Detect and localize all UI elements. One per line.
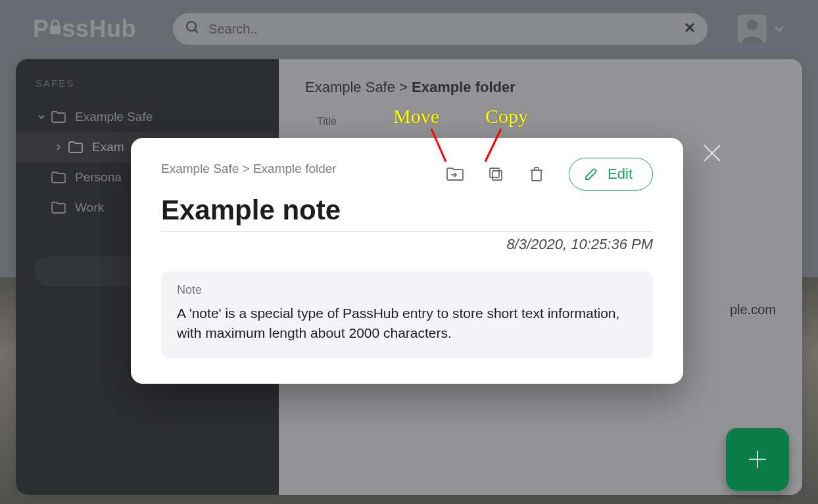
move-button[interactable]	[446, 166, 464, 183]
note-title: Example note	[161, 195, 653, 232]
edit-button[interactable]: Edit	[569, 158, 653, 191]
edit-button-label: Edit	[608, 166, 633, 183]
note-timestamp: 8/3/2020, 10:25:36 PM	[161, 236, 653, 253]
delete-button[interactable]	[528, 166, 545, 183]
modal-toolbar: Edit	[446, 158, 653, 191]
pencil-icon	[584, 167, 598, 181]
plus-icon	[745, 447, 770, 472]
note-body-text: A 'note' is a special type of PassHub en…	[177, 304, 637, 344]
svg-rect-9	[490, 168, 499, 177]
trash-icon	[529, 166, 544, 182]
svg-rect-12	[535, 168, 539, 170]
move-icon	[446, 167, 464, 181]
note-content-box: Note A 'note' is a special type of PassH…	[161, 271, 653, 358]
note-field-label: Note	[177, 283, 637, 297]
copy-button[interactable]	[487, 166, 504, 183]
copy-icon	[488, 166, 504, 182]
svg-rect-10	[532, 170, 541, 181]
add-item-fab[interactable]	[726, 428, 789, 491]
svg-rect-8	[493, 171, 502, 180]
modal-close-button[interactable]	[700, 141, 724, 168]
note-detail-modal: Example Safe > Example folder	[131, 138, 683, 384]
